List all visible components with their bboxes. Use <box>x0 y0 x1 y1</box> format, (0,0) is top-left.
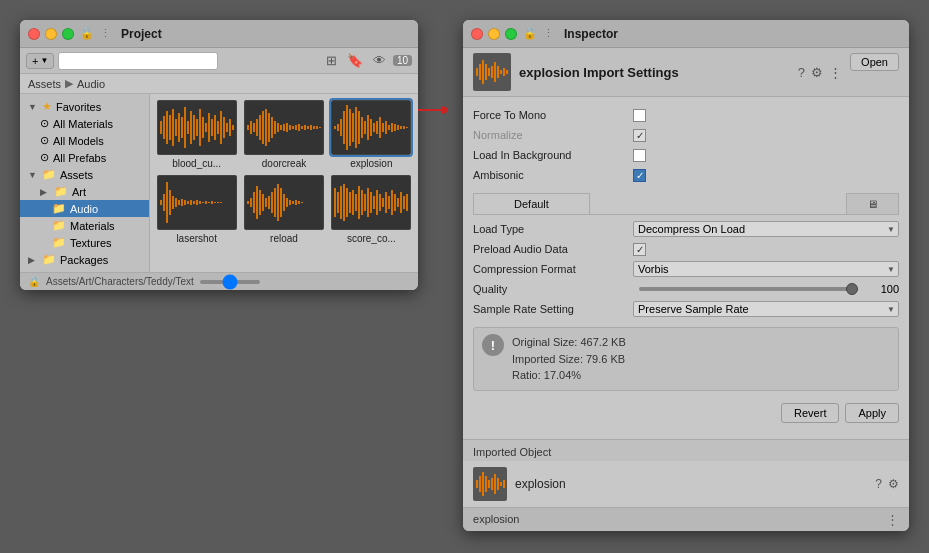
close-button[interactable] <box>471 28 483 40</box>
panel-layout: ▼ ★ Favorites ⊙ All Materials ⊙ All Mode… <box>20 94 418 272</box>
asset-thumb <box>244 175 324 230</box>
sidebar-item-all-models[interactable]: ⊙ All Models <box>20 132 149 149</box>
asset-item-explosion[interactable]: explosion <box>331 100 412 169</box>
ambisonic-checkbox[interactable] <box>633 169 646 182</box>
sidebar-item-assets[interactable]: ▼ 📁 Assets <box>20 166 149 183</box>
close-button[interactable] <box>28 28 40 40</box>
svg-rect-27 <box>247 125 249 130</box>
asset-item-score[interactable]: score_co... <box>331 175 412 244</box>
svg-rect-126 <box>349 192 351 213</box>
waveform-svg <box>245 101 323 154</box>
sidebar-item-audio[interactable]: 📁 Audio <box>20 200 149 217</box>
dots-icon[interactable]: ⋮ <box>886 512 899 527</box>
sidebar-item-textures[interactable]: 📁 Textures <box>20 234 149 251</box>
svg-rect-163 <box>482 472 484 496</box>
load-type-row: Load Type Decompress On Load Compressed … <box>473 219 899 239</box>
gear-icon-small[interactable]: ⚙ <box>888 477 899 491</box>
minimize-button[interactable] <box>488 28 500 40</box>
maximize-button[interactable] <box>505 28 517 40</box>
asset-thumb <box>244 100 324 155</box>
load-in-background-checkbox[interactable] <box>633 149 646 162</box>
svg-rect-113 <box>283 194 285 211</box>
svg-rect-164 <box>485 476 487 492</box>
load-type-select[interactable]: Decompress On Load Compressed In Memory … <box>633 221 899 237</box>
quality-slider[interactable] <box>639 287 858 291</box>
eye-icon[interactable]: 👁 <box>370 52 389 69</box>
apply-button[interactable]: Apply <box>845 403 899 423</box>
asset-thumb-selected <box>331 100 411 155</box>
ratio-value: 17.04% <box>544 369 581 381</box>
svg-rect-16 <box>205 123 207 132</box>
filter-icon[interactable]: ⊞ <box>323 52 340 69</box>
svg-rect-55 <box>340 119 342 136</box>
asset-grid-container[interactable]: blood_cu... <box>150 94 418 272</box>
bullet-icon: ⊙ <box>40 151 49 164</box>
gear-icon[interactable]: ⚙ <box>811 65 823 80</box>
breadcrumb-root[interactable]: Assets <box>28 78 61 90</box>
sidebar-item-materials[interactable]: 📁 Materials <box>20 217 149 234</box>
normalize-checkbox[interactable] <box>633 129 646 142</box>
svg-rect-91 <box>196 200 198 205</box>
asset-item-reload[interactable]: reload <box>243 175 324 244</box>
imported-item: explosion ? ⚙ <box>463 461 909 507</box>
header-content: explosion Import Settings <box>519 65 790 80</box>
svg-rect-115 <box>289 200 291 205</box>
asset-item-lasershot[interactable]: lasershot <box>156 175 237 244</box>
svg-rect-38 <box>280 125 282 130</box>
svg-rect-170 <box>503 480 505 488</box>
bottom-bar: 🔒 Assets/Art/Characters/Teddy/Text <box>20 272 418 290</box>
maximize-button[interactable] <box>62 28 74 40</box>
add-button[interactable]: + ▼ <box>26 53 54 69</box>
svg-rect-8 <box>181 117 183 138</box>
sample-rate-select[interactable]: Preserve Sample Rate Optimize Sample Rat… <box>633 301 899 317</box>
svg-rect-110 <box>274 188 276 217</box>
dots-icon[interactable]: ⋮ <box>543 27 554 40</box>
svg-rect-73 <box>394 124 396 131</box>
lock-icon-small: 🔒 <box>28 276 40 287</box>
breadcrumb-current[interactable]: Audio <box>77 78 105 90</box>
svg-rect-137 <box>382 198 384 207</box>
svg-rect-158 <box>503 68 505 76</box>
zoom-slider[interactable] <box>200 280 260 284</box>
svg-rect-25 <box>232 125 234 130</box>
sidebar-label: All Prefabs <box>53 152 106 164</box>
sidebar-favorites-label[interactable]: Favorites <box>56 101 101 113</box>
svg-rect-11 <box>190 111 192 144</box>
minimize-button[interactable] <box>45 28 57 40</box>
svg-rect-139 <box>388 196 390 209</box>
asset-grid: blood_cu... <box>156 100 412 244</box>
svg-rect-97 <box>214 202 216 203</box>
bookmark-icon[interactable]: 🔖 <box>344 52 366 69</box>
asset-item-blood[interactable]: blood_cu... <box>156 100 237 169</box>
svg-rect-125 <box>346 188 348 217</box>
dots-icon[interactable]: ⋮ <box>100 27 111 40</box>
preload-audio-checkbox[interactable] <box>633 243 646 256</box>
sidebar-item-art[interactable]: ▶ 📁 Art <box>20 183 149 200</box>
sidebar-item-all-materials[interactable]: ⊙ All Materials <box>20 115 149 132</box>
sidebar-item-all-prefabs[interactable]: ⊙ All Prefabs <box>20 149 149 166</box>
svg-rect-61 <box>358 111 360 144</box>
open-button[interactable]: Open <box>850 53 899 71</box>
imported-object-label: Imported Object <box>473 446 551 458</box>
sidebar-item-packages[interactable]: ▶ 📁 Packages <box>20 251 149 268</box>
search-input[interactable] <box>58 52 218 70</box>
project-titlebar: 🔒 ⋮ Project <box>20 20 418 48</box>
more-icon[interactable]: ⋮ <box>829 65 842 80</box>
svg-rect-58 <box>349 109 351 146</box>
svg-rect-119 <box>301 202 303 203</box>
svg-rect-141 <box>394 194 396 211</box>
svg-rect-128 <box>355 194 357 211</box>
assets-label: Assets <box>60 169 93 181</box>
force-to-mono-checkbox[interactable] <box>633 109 646 122</box>
svg-rect-76 <box>403 126 405 129</box>
svg-rect-57 <box>346 105 348 150</box>
help-icon-small[interactable]: ? <box>875 477 882 491</box>
sidebar-label: Packages <box>60 254 108 266</box>
tab-monitor[interactable]: 🖥 <box>846 193 899 214</box>
revert-button[interactable]: Revert <box>781 403 839 423</box>
svg-rect-6 <box>175 119 177 136</box>
tab-default[interactable]: Default <box>473 193 590 214</box>
help-icon[interactable]: ? <box>798 65 805 80</box>
asset-item-doorcreak[interactable]: doorcreak <box>243 100 324 169</box>
compression-select[interactable]: PCM ADPCM Vorbis MP3 None <box>633 261 899 277</box>
